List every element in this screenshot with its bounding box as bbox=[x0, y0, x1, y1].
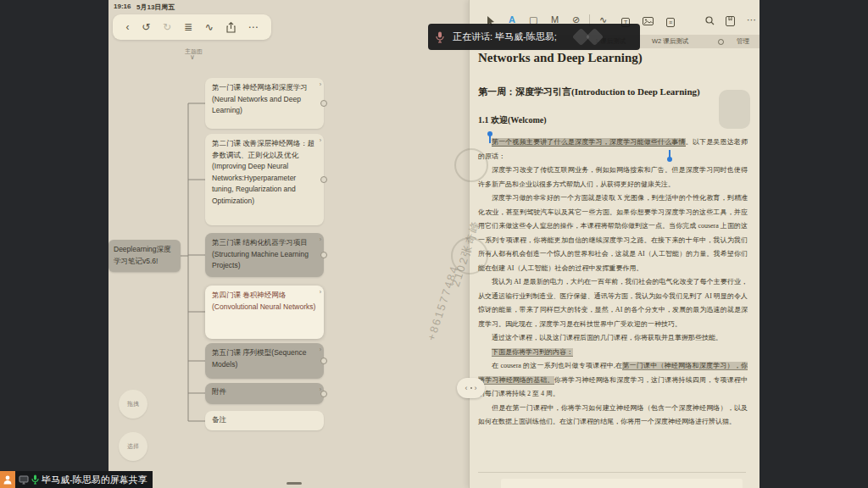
node-label: 第三门课 结构化机器学习项目 (Structuring Machine Lear… bbox=[212, 238, 309, 269]
node-label: 第四门课 卷积神经网络 (Convolutional Neural Networ… bbox=[212, 291, 315, 311]
node-chevron-icon[interactable]: › bbox=[320, 135, 321, 147]
paragraph: 在 cousera 的这一系列也叫做专项课程中,在第一门课中（神经网络和深度学习… bbox=[478, 359, 748, 402]
node-course1[interactable]: 第一门课 神经网络和深度学习(Neural Networks and Deep … bbox=[205, 78, 324, 129]
next-section-preview bbox=[501, 479, 743, 488]
node-label: 附件 bbox=[212, 387, 226, 396]
node-course4[interactable]: 第四门课 卷积神经网络 (Convolutional Neural Networ… bbox=[205, 286, 324, 339]
node-chevron-icon[interactable]: › bbox=[320, 79, 321, 91]
paragraph: 下面是你将学习到的内容： bbox=[478, 346, 748, 360]
collapse-icon[interactable] bbox=[320, 176, 327, 183]
document-body: 第一个视频主要讲了什么是深度学习，深度学习能做些什么事情。以下是吴恩达老师的原话… bbox=[478, 136, 748, 430]
excerpt-list-tool-icon[interactable]: ≡ bbox=[666, 17, 675, 27]
page-prev-icon[interactable]: ‹ bbox=[465, 384, 468, 392]
outline-icon[interactable]: ≣ bbox=[184, 22, 192, 32]
section-heading: 1.1 欢迎(Welcome) bbox=[478, 114, 547, 126]
page-next-icon[interactable]: › bbox=[475, 384, 477, 392]
paragraph: 通过这个课程，以及这门课程后面的几门课程，你将获取并且掌握那些技能。 bbox=[478, 331, 748, 346]
collapse-icon[interactable] bbox=[320, 252, 327, 258]
participant-avatar bbox=[0, 471, 15, 488]
section-divider bbox=[478, 472, 746, 473]
pager-dot bbox=[470, 387, 472, 389]
floating-widget[interactable] bbox=[719, 90, 750, 129]
collapse-icon[interactable] bbox=[320, 391, 327, 397]
microphone-icon bbox=[436, 31, 444, 43]
node-notes[interactable]: 备注 bbox=[205, 411, 324, 430]
bookmark-save-icon[interactable] bbox=[726, 16, 735, 26]
paragraph: 深度学习做的非常好的一个方面就是读取 X 光图像，到生活中的个性化教育，到精准化… bbox=[478, 191, 748, 275]
chevron-down-icon[interactable]: ∨ bbox=[190, 53, 195, 61]
node-label: 第一门课 神经网络和深度学习(Neural Networks and Deep … bbox=[212, 83, 308, 114]
node-label: 备注 bbox=[212, 415, 226, 424]
watermark-text: +861577484 bbox=[425, 263, 461, 342]
ipad-screen: 19:16 5月13日周五 45% ‹ ↺ ↻ ≣ ∿ ⋯ 主题图 ∨ bbox=[108, 0, 760, 488]
screen-share-label: 毕马威-陈思易的屏幕共享 bbox=[42, 474, 147, 486]
screen-share-bar: 毕马威-陈思易的屏幕共享 bbox=[0, 471, 153, 488]
paragraph: 我认为 AI 是最新的电力，大约在一百年前，我们社会的电气化改变了每个主要行业，… bbox=[478, 275, 748, 331]
mindmap-root-node[interactable]: Deeplearning深度学习笔记v5.6! bbox=[108, 240, 181, 272]
selection-handle-end[interactable] bbox=[667, 157, 672, 162]
more-icon[interactable]: ⋯ bbox=[747, 15, 756, 25]
week-heading: 第一周：深度学习引言(Introduction to Deep Learning… bbox=[478, 86, 700, 98]
document-title: Networks and Deep Learning) bbox=[478, 51, 643, 65]
highlighted-text[interactable]: 下面是你将学习到的内容： bbox=[492, 348, 573, 356]
share-icon[interactable] bbox=[226, 22, 236, 33]
screen-share-label-group: 毕马威-陈思易的屏幕共享 bbox=[15, 471, 153, 488]
excerpt-glyph: ≡ bbox=[666, 18, 675, 27]
select-mode-button[interactable]: 选择 bbox=[119, 432, 147, 461]
paragraph: 第一个视频主要讲了什么是深度学习，深度学习能做些什么事情。以下是吴恩达老师的原话… bbox=[478, 136, 748, 164]
tab-quiz-w2[interactable]: W2 课后测试 bbox=[652, 37, 688, 46]
select-button-label: 选择 bbox=[127, 442, 139, 451]
node-course3[interactable]: 第三门课 结构化机器学习项目 (Structuring Machine Lear… bbox=[205, 233, 324, 277]
search-icon[interactable] bbox=[705, 16, 715, 25]
image-tool-icon[interactable] bbox=[643, 17, 654, 25]
page-flip-control[interactable]: ‹› bbox=[457, 378, 485, 398]
mic-active-icon bbox=[31, 474, 39, 485]
node-chevron-icon[interactable]: › bbox=[320, 344, 321, 356]
speaking-notification: 正在讲话: 毕马威-陈思易; bbox=[428, 24, 640, 50]
speaking-label: 正在讲话: 毕马威-陈思易; bbox=[453, 30, 557, 43]
screenshot-stage: 19:16 5月13日周五 45% ‹ ↺ ↻ ≣ ∿ ⋯ 主题图 ∨ bbox=[0, 0, 868, 488]
collapse-icon[interactable] bbox=[320, 100, 327, 107]
more-icon[interactable]: ⋯ bbox=[248, 22, 259, 32]
status-date: 5月13日周五 bbox=[136, 3, 175, 12]
node-course2[interactable]: 第二门课 改善深层神经网络：超参数调试、正则化以及优化(Improving De… bbox=[205, 134, 324, 225]
node-attachments[interactable]: 附件› bbox=[205, 383, 324, 404]
sync-icon[interactable] bbox=[718, 39, 724, 45]
paragraph-text: 在 cousera 的这一系列也叫做专项课程中,在 bbox=[492, 362, 622, 369]
collapse-icon[interactable] bbox=[320, 358, 327, 364]
mindmap-toolbar: ‹ ↺ ↻ ≣ ∿ ⋯ bbox=[113, 14, 271, 40]
node-label: 第二门课 改善深层神经网络：超参数调试、正则化以及优化(Improving De… bbox=[212, 139, 314, 205]
redo-icon[interactable]: ↻ bbox=[163, 22, 171, 32]
doodle-pen-icon[interactable]: ∿ bbox=[205, 22, 214, 32]
paragraph: 深度学习改变了传统互联网业务，例如如网络搜索和广告。但是深度学习同时也使得许多新… bbox=[478, 164, 748, 191]
tab-manage-button[interactable]: 管理 bbox=[737, 37, 749, 46]
node-chevron-icon[interactable]: › bbox=[320, 234, 321, 246]
back-icon[interactable]: ‹ bbox=[125, 22, 129, 32]
monitor-icon bbox=[19, 475, 29, 485]
watermark-stamp bbox=[454, 148, 488, 182]
drag-mode-button[interactable]: 拖拽 bbox=[119, 390, 147, 419]
root-node-label: Deeplearning深度学习笔记v5.6! bbox=[114, 245, 171, 265]
paragraph: 但是在第一门课程中，你将学习如何建立神经网络（包含一个深度神经网络），以及如何在… bbox=[478, 402, 748, 430]
node-course5[interactable]: 第五门课 序列模型(Sequence Models)› bbox=[205, 343, 324, 379]
document-panel: A ▢ M ⊘ ∿ T ≡ ⋯ 1 课后测试 W2 课后测试 管理 Networ… bbox=[469, 0, 760, 488]
watermark-stamp bbox=[451, 237, 488, 274]
bottom-drag-handle[interactable] bbox=[287, 482, 302, 485]
logo-diamond-icon bbox=[586, 28, 604, 46]
selected-text[interactable]: 第一个视频主要讲了什么是深度学习，深度学习能做些什么事情 bbox=[492, 138, 686, 146]
selection-handle-start[interactable] bbox=[487, 131, 492, 136]
status-time: 19:16 bbox=[114, 3, 131, 10]
node-chevron-icon[interactable]: › bbox=[320, 286, 321, 298]
node-label: 第五门课 序列模型(Sequence Models) bbox=[212, 348, 306, 369]
drag-button-label: 拖拽 bbox=[127, 400, 139, 408]
undo-icon[interactable]: ↺ bbox=[142, 22, 150, 32]
